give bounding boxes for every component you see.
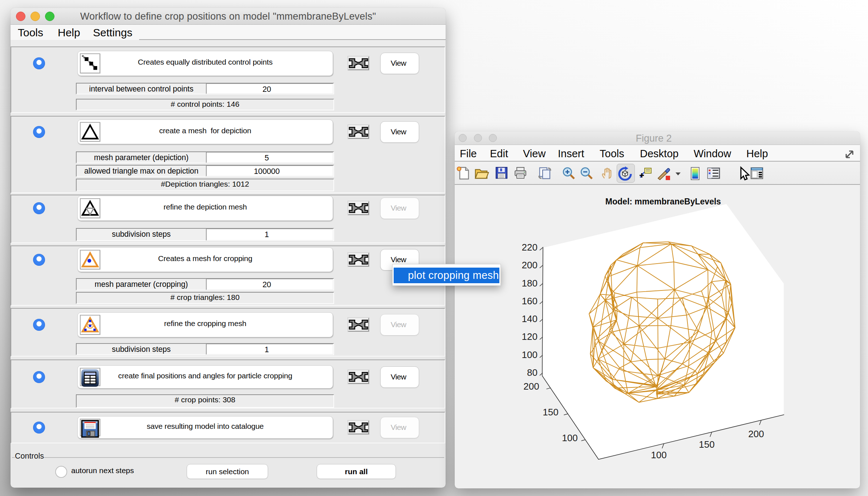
svg-text:200: 200: [523, 381, 539, 392]
svg-text:100: 100: [522, 349, 538, 360]
svg-text:200: 200: [748, 428, 764, 439]
svg-text:160: 160: [522, 296, 538, 306]
svg-text:200: 200: [522, 260, 538, 271]
svg-text:100: 100: [562, 432, 577, 443]
svg-text:180: 180: [522, 278, 538, 289]
svg-text:140: 140: [522, 313, 538, 324]
svg-text:120: 120: [522, 331, 538, 342]
svg-text:80: 80: [527, 367, 538, 378]
svg-text:220: 220: [522, 242, 538, 253]
svg-text:150: 150: [699, 439, 714, 450]
svg-text:150: 150: [543, 407, 558, 418]
svg-text:100: 100: [651, 450, 666, 460]
